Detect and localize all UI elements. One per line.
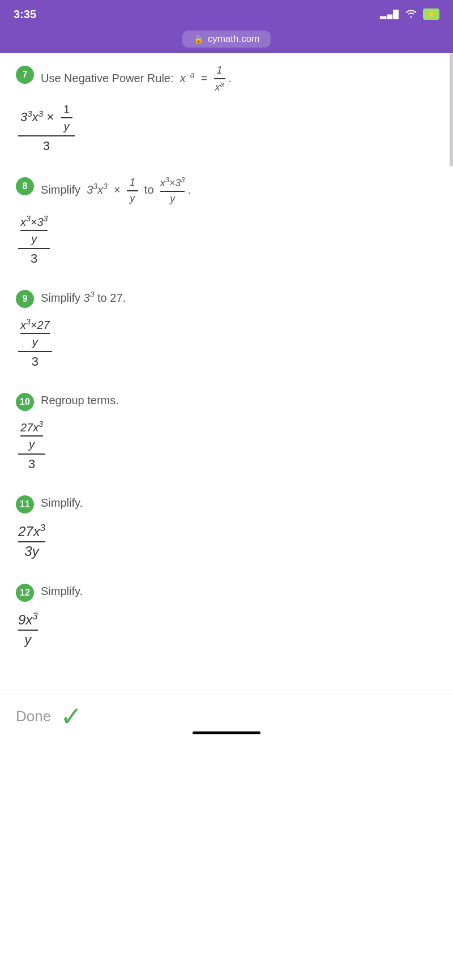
step12-frac: 9x3 y	[18, 611, 38, 648]
step-7-result: 33x3 × 1 y 3	[18, 102, 437, 153]
step-10-result: 27x3 y 3	[18, 420, 437, 472]
step-10-badge: 10	[16, 393, 34, 411]
step-10-header: 10 Regroup terms.	[16, 392, 437, 411]
step-7-badge: 7	[16, 66, 34, 84]
url-pill[interactable]: 🔒 cymath.com	[182, 31, 271, 48]
step7-denominator: 3	[43, 136, 50, 153]
step-11-result: 27x3 3y	[18, 523, 437, 560]
done-bar[interactable]: Done ✓	[0, 694, 453, 739]
step-8: 8 Simplify 33x3 × 1 y to x3×33 y	[16, 176, 437, 266]
step-12: 12 Simplify. 9x3 y	[16, 583, 437, 648]
step-9-result: x3×27 y 3	[18, 317, 437, 369]
step11-frac-den: 3y	[24, 542, 39, 560]
step8-denominator: 3	[31, 249, 37, 266]
step12-frac-den: y	[24, 631, 31, 648]
lock-icon: 🔒	[194, 35, 203, 44]
step-9-description: Simplify 33 to 27.	[41, 289, 437, 306]
step-12-result: 9x3 y	[18, 611, 437, 648]
step-8-header: 8 Simplify 33x3 × 1 y to x3×33 y	[16, 176, 437, 205]
step-11-badge: 11	[16, 495, 34, 513]
step9-expr: 33	[84, 292, 95, 304]
status-icons: ▂▄█ ⚡	[380, 8, 439, 21]
step-9-badge: 9	[16, 290, 34, 308]
step7-numerator: 33x3 × 1 y	[18, 102, 75, 136]
step9-denominator: 3	[32, 352, 39, 369]
step7-formula-rhs: 1 xa	[214, 72, 229, 84]
battery-icon: ⚡	[423, 8, 439, 20]
step8-numerator: x3×33 y	[18, 214, 50, 249]
step-10: 10 Regroup terms. 27x3 y 3	[16, 392, 437, 472]
step7-formula-lhs: x−a	[180, 72, 195, 84]
status-bar: 3:35 ▂▄█ ⚡	[0, 0, 453, 28]
step-8-result: x3×33 y 3	[18, 214, 437, 266]
home-indicator	[193, 731, 260, 734]
step-12-badge: 12	[16, 584, 34, 602]
step12-frac-num: 9x3	[18, 611, 38, 631]
step-7: 7 Use Negative Power Rule: x−a = 1 xa . …	[16, 65, 437, 153]
check-icon: ✓	[60, 700, 83, 732]
step9-double-frac: x3×27 y 3	[18, 317, 52, 369]
step8-expr1: 33x3	[87, 183, 108, 196]
step11-frac: 27x3 3y	[18, 523, 45, 560]
step-8-badge: 8	[16, 177, 34, 195]
step-9-header: 9 Simplify 33 to 27.	[16, 289, 437, 308]
step-9: 9 Simplify 33 to 27. x3×27 y 3	[16, 289, 437, 369]
step9-numerator: x3×27 y	[18, 317, 52, 352]
step-12-description: Simplify.	[41, 583, 437, 600]
step10-double-frac: 27x3 y 3	[18, 420, 45, 472]
content-area: 7 Use Negative Power Rule: x−a = 1 xa . …	[0, 53, 453, 694]
step-8-description: Simplify 33x3 × 1 y to x3×33 y .	[41, 176, 437, 205]
step-11-description: Simplify.	[41, 494, 437, 511]
time-display: 3:35	[14, 8, 36, 21]
step8-double-frac: x3×33 y 3	[18, 214, 50, 266]
step10-numerator: 27x3 y	[18, 420, 45, 455]
step-11-header: 11 Simplify.	[16, 494, 437, 513]
step-7-header: 7 Use Negative Power Rule: x−a = 1 xa .	[16, 65, 437, 93]
step-7-description: Use Negative Power Rule: x−a = 1 xa .	[41, 65, 437, 93]
address-bar[interactable]: 🔒 cymath.com	[0, 28, 453, 53]
url-text: cymath.com	[208, 33, 260, 45]
wifi-icon	[405, 8, 417, 21]
step7-double-frac: 33x3 × 1 y 3	[18, 102, 75, 153]
step11-frac-num: 27x3	[18, 523, 45, 542]
step-10-description: Regroup terms.	[41, 392, 437, 409]
step-11: 11 Simplify. 27x3 3y	[16, 494, 437, 560]
step10-denominator: 3	[28, 455, 35, 472]
signal-icon: ▂▄█	[380, 10, 399, 19]
step-12-header: 12 Simplify.	[16, 583, 437, 602]
step8-result-inline: x3×33 y	[160, 183, 188, 196]
done-label: Done	[16, 708, 51, 725]
step8-expr2: 1 y	[127, 183, 142, 196]
scrollbar[interactable]	[450, 53, 453, 166]
